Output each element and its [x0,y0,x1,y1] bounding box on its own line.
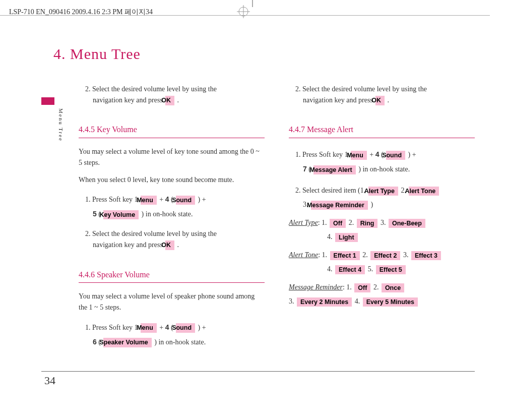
option-effect1: Effect 1 [330,251,360,261]
ok-button-label: OK [165,241,174,250]
speaker-volume-button-label: Speaker Volume [103,338,151,347]
step-text: 2. Select the desired volume level by us… [289,84,475,105]
step-text: 1. Press Soft key 1 Menu + 4 ( Sound ) +… [79,320,265,349]
option-off: Off [354,283,370,293]
text: . [177,241,179,249]
option-every-2-minutes: Every 2 Minutes [297,297,352,307]
chapter-title: 4. Menu Tree [53,45,475,63]
key-digit: 4 [165,323,169,331]
options-line: Message Reminder: 1. Off 2. Once 3. Ever… [289,280,475,309]
page-number: 34 [44,374,55,387]
body-columns: 2. Select the desired volume level by us… [50,77,475,353]
options-line: Alert Type: 1. Off 2. Ring 3. One-Beep 4… [289,216,475,244]
text: in on-hook state. [146,210,193,218]
paragraph: When you select 0 level, key tone sound … [79,174,265,186]
text: ) [196,324,200,331]
text: 1. Press Soft key 1 [85,324,140,331]
column-right: 2. Select the desired volume level by us… [289,77,475,353]
option-light: Light [335,233,358,243]
text: . [388,96,390,104]
text: ) [357,165,361,173]
sound-button-label: Sound [176,323,195,333]
text: navigation key and press [93,96,164,104]
options-line: Alert Tone: 1. Effect 1 2. Effect 2 3. E… [289,248,475,276]
text: ) [140,210,144,218]
column-left: 2. Select the desired volume level by us… [79,77,265,353]
text: 2. Select desired item (1. [295,187,367,194]
section-heading: 4.4.5 Key Volume [79,124,265,138]
side-tab-label: Menu Tree [58,108,64,142]
key-digit: 5 [93,210,97,218]
text: + [202,324,206,331]
text: 3. [403,251,410,259]
text: + [159,324,165,331]
menu-button-label: Menu [141,323,157,333]
key-volume-button-label: Key Volume [103,210,139,220]
text: ) [196,196,200,203]
ok-button-label: OK [165,96,174,105]
key-digit: 7 [303,165,307,173]
option-off: Off [330,219,346,228]
ok-button-label: OK [375,96,385,105]
text: ) [370,201,373,208]
message-alert-button-label: Message Alert [313,165,355,175]
document-page: Menu Tree 4. Menu Tree 2. Select the des… [0,5,505,408]
step-text: 1. Press Soft key 1 Menu + 4 ( Sound ) +… [289,147,475,176]
text: . [177,96,179,104]
alert-type-button-label: Alert Type [368,187,398,196]
option-every-5-minutes: Every 5 Minutes [363,297,418,307]
text: + [159,196,165,203]
sound-button-label: Sound [386,151,405,160]
key-digit: 6 [93,338,97,346]
message-reminder-button-label: Message Reminder [311,201,368,210]
text: 2. Select the desired volume level by us… [85,85,217,93]
step-text: 2. Select desired item (1. Alert Type 2.… [289,184,475,212]
footer-rule [41,371,475,372]
text: 4. [327,265,334,273]
text: 2. [373,283,381,291]
option-once: Once [382,283,404,293]
option-effect4: Effect 4 [335,265,365,275]
text: 1. Press Soft key 1 [85,196,140,203]
alert-tone-label: Alert Tone [289,251,318,259]
sound-button-label: Sound [176,196,195,205]
text: + [202,196,206,203]
text: : 1. [318,251,329,259]
option-effect2: Effect 2 [370,251,400,261]
option-ring: Ring [357,219,378,228]
option-effect5: Effect 5 [376,265,406,275]
text: 3. [289,297,296,305]
text: 1. Press Soft key 1 [295,151,350,158]
text: 3. [381,219,388,226]
message-reminder-label: Message Reminder [289,283,343,291]
text: : 1. [343,283,353,291]
paragraph: You may select a volume level of key ton… [79,146,265,168]
text: navigation key and press [303,96,374,104]
step-text: 2. Select the desired volume level by us… [79,84,265,105]
text: ) [406,151,410,158]
text: in on-hook state. [362,165,410,173]
text: 4. [355,297,362,305]
text: 5. [368,265,375,273]
option-effect3: Effect 3 [411,251,441,261]
text: + [412,151,416,158]
section-heading: 4.4.7 Message Alert [289,124,475,138]
section-heading: 4.4.6 Speaker Volume [79,269,265,283]
key-digit: 4 [165,195,169,203]
text: navigation key and press [93,241,164,249]
side-tab-marker [41,97,54,105]
menu-button-label: Menu [351,151,367,160]
text: ) [153,338,157,346]
text: + [369,151,375,158]
text: 2. [362,251,369,259]
text: 2. Select the desired volume level by us… [295,85,427,93]
menu-button-label: Menu [141,196,157,205]
text: : 1. [318,219,329,226]
option-one-beep: One-Beep [389,219,425,228]
alert-type-label: Alert Type [289,219,318,226]
step-text: 2. Select the desired volume level by us… [79,228,265,250]
key-digit: 4 [375,150,380,158]
text: 2. Select the desired volume level by us… [85,230,217,237]
step-text: 1. Press Soft key 1 Menu + 4 ( Sound ) +… [79,192,265,221]
paragraph: You may select a volume level of speaker… [79,291,265,313]
